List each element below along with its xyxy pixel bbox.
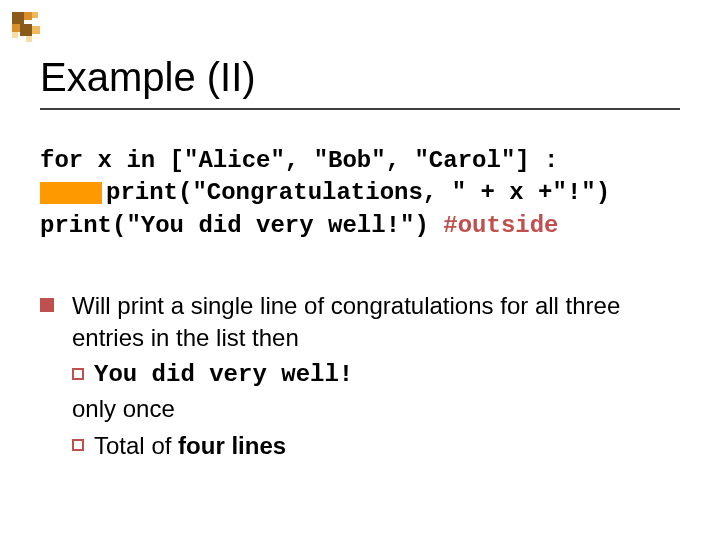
sub-bullet-1-text: You did very well! — [94, 359, 353, 391]
title-underline — [40, 108, 680, 110]
sub-bullet-item-2: Total of four lines — [72, 430, 680, 462]
bullet-icon — [40, 298, 54, 312]
bullet-main-text: Will print a single line of congratulati… — [72, 290, 680, 355]
code-line-2: print("Congratulations, " + x +"!") — [40, 177, 610, 209]
code-block: for x in ["Alice", "Bob", "Carol"] : pri… — [40, 145, 610, 242]
sub-bullet-2-text: Total of four lines — [94, 430, 286, 462]
slide-title: Example (II) — [40, 55, 256, 100]
code-line-3-main: print("You did very well!") — [40, 212, 443, 239]
code-line-2-text: print("Congratulations, " + x +"!") — [106, 179, 610, 206]
sub-bullet-icon — [72, 368, 84, 380]
bullet-item: Will print a single line of congratulati… — [40, 290, 680, 355]
continuation-text: only once — [72, 393, 680, 425]
indent-highlight-box — [40, 182, 102, 204]
slide-logo — [12, 12, 52, 52]
bullet-section: Will print a single line of congratulati… — [40, 290, 680, 462]
code-line-3: print("You did very well!") #outside — [40, 210, 610, 242]
sub2-bold: four lines — [178, 432, 286, 459]
code-comment: #outside — [443, 212, 558, 239]
sub-bullet-icon — [72, 439, 84, 451]
code-line-1: for x in ["Alice", "Bob", "Carol"] : — [40, 145, 610, 177]
sub-bullet-item-1: You did very well! — [72, 359, 680, 391]
sub2-prefix: Total — [94, 432, 151, 459]
sub2-rest: of — [151, 432, 178, 459]
